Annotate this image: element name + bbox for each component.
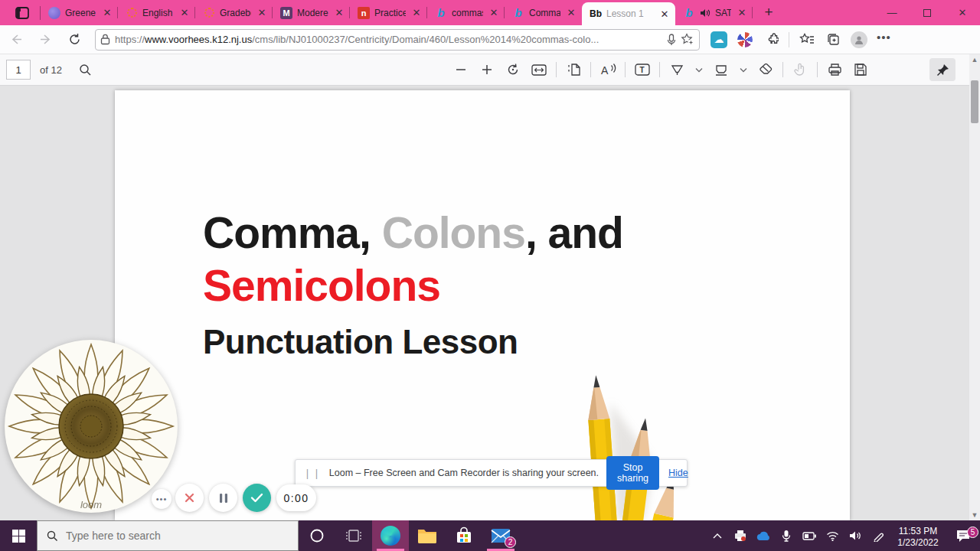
collections-button[interactable] — [822, 29, 844, 51]
taskbar-edge-button[interactable] — [372, 520, 409, 551]
tab-label: Comma — [529, 8, 560, 18]
draw-button[interactable] — [664, 58, 690, 81]
tab-gradebook[interactable]: Gradebo ✕ — [195, 0, 273, 25]
print-button[interactable] — [822, 58, 848, 81]
read-aloud-button[interactable]: A — [595, 58, 621, 81]
zoom-out-button[interactable] — [448, 58, 474, 81]
pdf-search-button[interactable] — [73, 58, 99, 81]
loom-webcam-bubble[interactable]: loom — [5, 340, 178, 513]
maximize-icon — [923, 9, 931, 17]
tab-close-icon[interactable]: ✕ — [256, 7, 268, 19]
tab-sat[interactable]: b SAT ✕ — [675, 0, 753, 25]
zoom-in-button[interactable] — [474, 58, 500, 81]
tab-modere[interactable]: M Modere ✕ — [273, 0, 350, 25]
profile-button[interactable] — [848, 29, 871, 51]
address-bar[interactable]: https://www.voorhees.k12.nj.us/cms/lib/N… — [95, 29, 700, 51]
task-view-button[interactable] — [335, 520, 372, 551]
favorites-button[interactable] — [795, 29, 818, 51]
scroll-down-icon[interactable]: ▼ — [969, 510, 980, 520]
puzzle-icon — [764, 32, 779, 47]
touch-mode-button[interactable] — [787, 58, 813, 81]
add-text-button[interactable]: T — [629, 58, 655, 81]
tab-commas[interactable]: b commas ✕ — [427, 0, 505, 25]
taskbar-search[interactable] — [37, 520, 299, 551]
loom-cancel-button[interactable] — [175, 484, 204, 512]
tab-close-icon[interactable]: ✕ — [178, 7, 191, 19]
fit-to-width-button[interactable] — [526, 58, 552, 81]
slide-page-1: Comma, Colons, andSemicolons Punctuation… — [115, 90, 850, 520]
save-button[interactable] — [848, 58, 874, 81]
back-button[interactable] — [3, 28, 29, 51]
voice-search-icon[interactable] — [667, 34, 676, 46]
pin-toolbar-button[interactable] — [929, 58, 956, 81]
tray-volume-button[interactable] — [844, 520, 867, 551]
loom-more-button[interactable]: ••• — [152, 489, 172, 509]
minimize-button[interactable]: — — [874, 0, 910, 25]
favorites-bar-icon — [799, 33, 815, 46]
tab-actions-button[interactable] — [11, 4, 34, 22]
add-favorite-icon[interactable] — [681, 33, 694, 46]
taskbar-mail-button[interactable]: 2 — [482, 520, 519, 551]
tray-printer-button[interactable] — [729, 520, 752, 551]
tab-close-icon[interactable]: ✕ — [565, 7, 577, 19]
page-number-input[interactable] — [6, 60, 31, 80]
taskbar-explorer-button[interactable] — [409, 520, 446, 551]
tab-close-icon[interactable]: ✕ — [488, 7, 500, 19]
drag-handle-icon[interactable]: ❘❘ — [303, 468, 322, 479]
scrollbar[interactable]: ▲ ▼ — [969, 54, 980, 520]
tray-microphone-button[interactable] — [775, 520, 798, 551]
tab-close-icon[interactable]: ✕ — [410, 7, 423, 19]
tab-close-icon[interactable]: ✕ — [333, 7, 345, 19]
tray-battery-button[interactable] — [798, 520, 821, 551]
pdf-toolbar: of 12 A T — [0, 54, 969, 86]
pinwheel-extension-button[interactable] — [733, 29, 756, 51]
hide-link[interactable]: Hide — [668, 468, 688, 478]
highlight-options-button[interactable] — [734, 58, 753, 81]
tab-practice[interactable]: n Practice ✕ — [350, 0, 427, 25]
maximize-button[interactable] — [910, 0, 945, 25]
tab-close-icon[interactable]: ✕ — [736, 7, 748, 19]
action-center-button[interactable]: 5 — [946, 529, 980, 543]
extensions-menu-button[interactable] — [760, 29, 782, 51]
stop-sharing-button[interactable]: Stop sharing — [606, 456, 659, 490]
new-tab-button[interactable]: + — [757, 2, 780, 23]
draw-options-button[interactable] — [690, 58, 708, 81]
tab-english[interactable]: English I ✕ — [118, 0, 195, 25]
highlight-button[interactable] — [708, 58, 734, 81]
refresh-button[interactable] — [61, 28, 87, 51]
forward-icon — [39, 33, 52, 46]
cloud-extension-button[interactable]: ☁ — [707, 29, 730, 51]
rotate-button[interactable] — [500, 58, 526, 81]
tab-greene[interactable]: Greene C ✕ — [41, 0, 118, 25]
url-text: https://www.voorhees.k12.nj.us/cms/lib/N… — [115, 34, 662, 45]
cortana-button[interactable] — [299, 520, 335, 551]
pin-icon — [936, 64, 949, 77]
search-input[interactable] — [66, 530, 250, 542]
tab-lesson-active[interactable]: Bb Lesson 1 ✕ — [582, 2, 675, 25]
forward-button[interactable] — [32, 28, 58, 51]
tray-ink-button[interactable] — [867, 520, 890, 551]
highlighter-icon — [714, 64, 728, 77]
tab-comma[interactable]: b Comma ✕ — [505, 0, 582, 25]
start-button[interactable] — [0, 520, 37, 551]
rotate-icon — [506, 63, 520, 77]
settings-menu-button[interactable]: ••• — [877, 31, 891, 44]
tab-label: Gradebo — [220, 8, 251, 18]
scroll-up-icon[interactable]: ▲ — [969, 54, 980, 65]
loom-pause-button[interactable] — [209, 484, 237, 512]
page-view-icon — [567, 63, 581, 77]
scrollbar-thumb[interactable] — [971, 80, 978, 123]
tab-close-icon[interactable]: ✕ — [101, 7, 113, 19]
pause-icon — [219, 493, 228, 504]
erase-button[interactable] — [753, 58, 779, 81]
tray-onedrive-button[interactable] — [752, 520, 775, 551]
tray-wifi-button[interactable] — [821, 520, 844, 551]
page-view-button[interactable] — [560, 58, 586, 81]
taskbar-store-button[interactable] — [446, 520, 482, 551]
clock-time: 11:53 PM — [890, 526, 946, 537]
tray-expand-button[interactable] — [706, 520, 729, 551]
tab-close-icon[interactable]: ✕ — [658, 8, 671, 20]
close-window-button[interactable]: ✕ — [945, 0, 980, 25]
taskbar-clock[interactable]: 11:53 PM 1/23/2022 — [890, 523, 946, 549]
loom-finish-button[interactable] — [243, 484, 271, 512]
